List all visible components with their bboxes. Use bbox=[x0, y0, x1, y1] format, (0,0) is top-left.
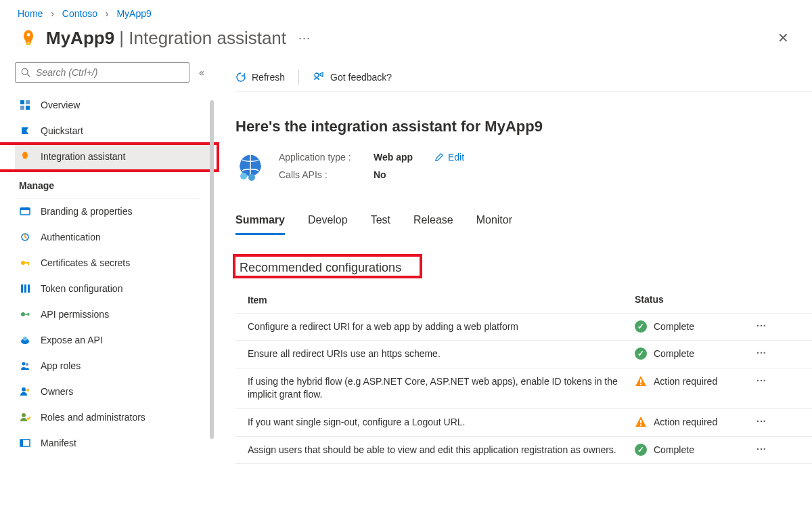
tab-summary[interactable]: Summary bbox=[235, 214, 285, 235]
sidebar-item-label: Certificates & secrets bbox=[41, 257, 130, 268]
svg-rect-30 bbox=[640, 379, 641, 383]
sidebar-item-app-roles[interactable]: App roles bbox=[15, 353, 210, 379]
svg-point-16 bbox=[21, 312, 25, 316]
tabs: SummaryDevelopTestReleaseMonitor bbox=[235, 214, 812, 235]
check-icon: ✓ bbox=[635, 347, 647, 360]
token-icon bbox=[19, 282, 31, 295]
svg-rect-15 bbox=[28, 284, 30, 293]
sidebar-item-integration-assistant[interactable]: Integration assistant bbox=[15, 144, 210, 169]
sidebar-item-label: Roles and administrators bbox=[41, 412, 145, 423]
owners-icon bbox=[19, 385, 31, 398]
row-status: ✓Complete bbox=[635, 320, 757, 333]
svg-rect-3 bbox=[20, 100, 24, 104]
sidebar-item-label: Authentication bbox=[41, 232, 101, 242]
row-item: Ensure all redirect URIs use an https sc… bbox=[235, 347, 635, 361]
recommendations-table: Item Status Configure a redirect URI for… bbox=[235, 287, 812, 464]
warning-icon bbox=[635, 416, 647, 428]
breadcrumb-app[interactable]: MyApp9 bbox=[116, 8, 151, 19]
svg-point-21 bbox=[22, 387, 26, 391]
svg-rect-12 bbox=[28, 262, 29, 265]
table-row: Assign users that should be able to view… bbox=[235, 437, 812, 465]
svg-point-20 bbox=[26, 363, 28, 366]
svg-point-0 bbox=[27, 33, 30, 37]
sidebar-item-quickstart[interactable]: Quickstart bbox=[15, 118, 210, 144]
svg-rect-32 bbox=[640, 420, 641, 423]
app-type-icon bbox=[235, 152, 265, 182]
tab-test[interactable]: Test bbox=[371, 214, 390, 235]
row-more-button[interactable]: ··· bbox=[757, 375, 784, 386]
sidebar-item-certificates-secrets[interactable]: Certificates & secrets bbox=[15, 250, 210, 276]
calls-apis-value: No bbox=[374, 169, 434, 180]
check-icon: ✓ bbox=[635, 444, 647, 456]
tab-monitor[interactable]: Monitor bbox=[476, 214, 512, 235]
row-status: Action required bbox=[635, 375, 757, 387]
page-title-row: MyApp9 | Integration assistant ··· ✕ bbox=[0, 24, 812, 62]
collapse-sidebar-button[interactable]: « bbox=[199, 67, 204, 78]
feedback-button[interactable]: Got feedback? bbox=[313, 72, 392, 83]
edit-button[interactable]: Edit bbox=[434, 152, 489, 163]
rocket-icon bbox=[18, 27, 39, 49]
search-box[interactable] bbox=[15, 62, 189, 83]
svg-rect-6 bbox=[26, 106, 30, 110]
row-item: If using the hybrid flow (e.g ASP.NET Co… bbox=[235, 375, 635, 402]
pencil-icon bbox=[434, 152, 444, 162]
refresh-button[interactable]: Refresh bbox=[235, 72, 285, 83]
table-row: Ensure all redirect URIs use an https sc… bbox=[235, 341, 812, 368]
refresh-icon bbox=[235, 72, 246, 83]
section-header-manage: Manage bbox=[15, 169, 199, 198]
svg-rect-31 bbox=[640, 383, 641, 385]
sidebar-item-label: Branding & properties bbox=[41, 206, 132, 217]
row-item: Configure a redirect URI for a web app b… bbox=[235, 320, 635, 334]
sidebar-item-label: Overview bbox=[41, 100, 80, 110]
sidebar-item-roles-and-administrators[interactable]: Roles and administrators bbox=[15, 404, 210, 430]
roles-icon bbox=[19, 411, 31, 423]
tab-develop[interactable]: Develop bbox=[308, 214, 348, 235]
svg-point-22 bbox=[26, 389, 29, 391]
breadcrumb: Home › Contoso › MyApp9 bbox=[0, 0, 812, 24]
app-info: Application type : Web app Edit Calls AP… bbox=[235, 152, 812, 182]
sidebar-item-owners[interactable]: Owners bbox=[15, 379, 210, 404]
toolbar: Refresh Got feedback? bbox=[235, 62, 812, 92]
search-input[interactable] bbox=[36, 67, 183, 78]
row-status: ✓Complete bbox=[635, 444, 757, 456]
app-type-value: Web app bbox=[374, 152, 434, 163]
sidebar-item-manifest[interactable]: Manifest bbox=[15, 430, 210, 456]
svg-point-29 bbox=[248, 174, 255, 181]
sidebar-item-authentication[interactable]: Authentication bbox=[15, 224, 210, 250]
manifest-icon bbox=[19, 437, 31, 449]
app-type-label: Application type : bbox=[279, 152, 374, 163]
approles-icon bbox=[19, 360, 31, 372]
breadcrumb-home[interactable]: Home bbox=[18, 8, 43, 19]
rocket-icon bbox=[19, 150, 31, 163]
row-more-button[interactable]: ··· bbox=[757, 320, 784, 331]
sidebar-item-expose-an-api[interactable]: Expose an API bbox=[15, 327, 210, 353]
quickstart-icon bbox=[19, 125, 31, 137]
svg-point-23 bbox=[22, 413, 26, 417]
svg-line-2 bbox=[27, 74, 30, 77]
row-more-button[interactable]: ··· bbox=[757, 444, 784, 454]
breadcrumb-tenant[interactable]: Contoso bbox=[62, 8, 97, 19]
sidebar-item-label: Manifest bbox=[41, 438, 76, 448]
more-button[interactable]: ··· bbox=[298, 31, 311, 45]
row-item: Assign users that should be able to view… bbox=[235, 444, 635, 457]
row-more-button[interactable]: ··· bbox=[757, 347, 784, 358]
sidebar-item-label: App roles bbox=[41, 360, 81, 371]
row-more-button[interactable]: ··· bbox=[757, 416, 784, 427]
chevron-right-icon: › bbox=[51, 8, 54, 19]
svg-rect-14 bbox=[24, 284, 26, 293]
page-title: MyApp9 | Integration assistant bbox=[46, 28, 286, 49]
toolbar-divider bbox=[298, 70, 299, 85]
svg-point-28 bbox=[240, 173, 247, 179]
row-item: If you want single sign-out, configure a… bbox=[235, 416, 635, 429]
tab-release[interactable]: Release bbox=[413, 214, 453, 235]
svg-point-19 bbox=[22, 362, 26, 366]
sidebar-item-overview[interactable]: Overview bbox=[15, 92, 210, 118]
svg-rect-5 bbox=[20, 106, 24, 110]
sidebar-item-api-permissions[interactable]: API permissions bbox=[15, 301, 210, 327]
warning-icon bbox=[635, 375, 647, 387]
sidebar-item-branding-properties[interactable]: Branding & properties bbox=[15, 198, 210, 224]
close-button[interactable]: ✕ bbox=[772, 27, 794, 49]
sidebar-item-token-configuration[interactable]: Token configuration bbox=[15, 276, 210, 301]
sidebar: « OverviewQuickstartIntegration assistan… bbox=[0, 62, 210, 507]
expose-icon bbox=[19, 334, 31, 346]
